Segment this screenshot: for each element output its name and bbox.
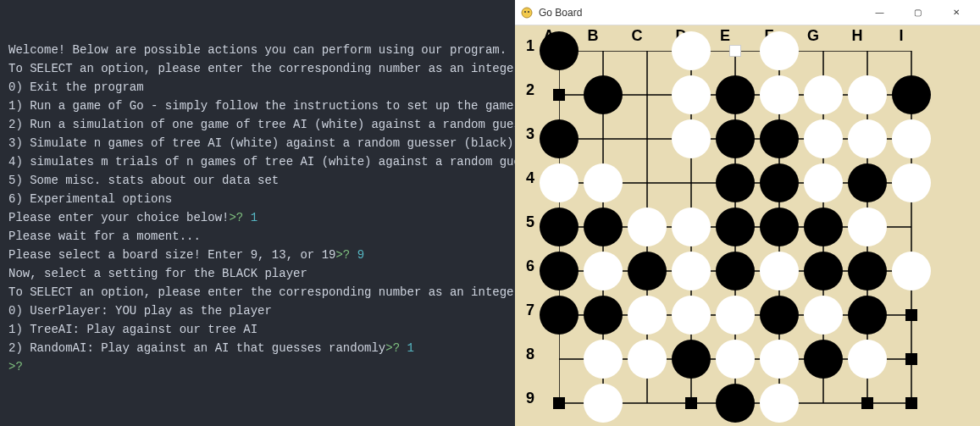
black-stone[interactable] bbox=[848, 163, 887, 202]
white-stone[interactable] bbox=[716, 296, 755, 335]
black-stone[interactable] bbox=[848, 252, 887, 290]
square-marker[interactable] bbox=[861, 397, 873, 409]
black-stone[interactable] bbox=[540, 252, 579, 290]
terminal-line: Welcome! Below are possible actions you … bbox=[8, 41, 508, 59]
white-stone[interactable] bbox=[892, 119, 931, 158]
black-stone[interactable] bbox=[804, 207, 843, 246]
terminal-line: 2) Run a simulation of one game of tree … bbox=[8, 115, 508, 134]
square-marker[interactable] bbox=[685, 397, 697, 409]
square-marker[interactable] bbox=[905, 397, 917, 409]
white-stone[interactable] bbox=[584, 340, 623, 379]
black-stone[interactable] bbox=[672, 340, 711, 379]
black-stone[interactable] bbox=[804, 340, 843, 379]
terminal-line: 0) UserPlayer: YOU play as the player bbox=[8, 302, 508, 320]
row-labels: 123456789 bbox=[522, 24, 539, 420]
black-stone[interactable] bbox=[760, 163, 799, 202]
white-stone[interactable] bbox=[540, 163, 579, 202]
square-marker[interactable] bbox=[553, 89, 565, 101]
board-area: ABCDEFGHI 123456789 bbox=[515, 25, 980, 426]
terminal-line: 3) Simulate n games of tree AI (white) a… bbox=[8, 134, 508, 152]
white-stone[interactable] bbox=[848, 119, 887, 158]
white-stone[interactable] bbox=[760, 75, 799, 114]
row-label: 1 bbox=[522, 24, 539, 68]
terminal-line: >? bbox=[8, 357, 508, 376]
col-label: G bbox=[791, 27, 835, 45]
black-stone[interactable] bbox=[760, 119, 799, 158]
terminal-output[interactable]: Welcome! Below are possible actions you … bbox=[0, 0, 515, 426]
white-stone[interactable] bbox=[892, 163, 931, 202]
black-stone[interactable] bbox=[716, 163, 755, 202]
white-stone[interactable] bbox=[760, 384, 799, 423]
white-stone[interactable] bbox=[716, 340, 755, 379]
white-stone[interactable] bbox=[628, 296, 667, 335]
white-stone[interactable] bbox=[848, 207, 887, 246]
white-stone[interactable] bbox=[628, 340, 667, 379]
white-stone[interactable] bbox=[672, 119, 711, 158]
black-stone[interactable] bbox=[540, 119, 579, 158]
black-stone[interactable] bbox=[804, 252, 843, 290]
white-stone[interactable] bbox=[804, 75, 843, 114]
terminal-line: 6) Experimental options bbox=[8, 190, 508, 208]
black-stone[interactable] bbox=[628, 252, 667, 290]
white-stone[interactable] bbox=[672, 252, 711, 290]
white-stone[interactable] bbox=[760, 252, 799, 290]
black-stone[interactable] bbox=[716, 252, 755, 290]
white-stone[interactable] bbox=[672, 75, 711, 114]
black-stone[interactable] bbox=[540, 207, 579, 246]
white-stone[interactable] bbox=[672, 207, 711, 246]
window-titlebar[interactable]: Go Board — ▢ ✕ bbox=[515, 0, 980, 25]
black-stone[interactable] bbox=[584, 207, 623, 246]
terminal-line: To SELECT an option, please enter the co… bbox=[8, 59, 508, 78]
black-stone[interactable] bbox=[716, 384, 755, 423]
black-stone[interactable] bbox=[540, 31, 579, 70]
square-marker[interactable] bbox=[729, 45, 741, 57]
column-labels: ABCDEFGHI bbox=[527, 27, 923, 45]
white-stone[interactable] bbox=[848, 75, 887, 114]
go-board-grid[interactable] bbox=[559, 51, 911, 403]
white-stone[interactable] bbox=[848, 340, 887, 379]
white-stone[interactable] bbox=[584, 163, 623, 202]
row-label: 4 bbox=[522, 156, 539, 200]
white-stone[interactable] bbox=[672, 296, 711, 335]
col-label: H bbox=[835, 27, 879, 45]
black-stone[interactable] bbox=[892, 75, 931, 114]
white-stone[interactable] bbox=[804, 296, 843, 335]
square-marker[interactable] bbox=[553, 397, 565, 409]
white-stone[interactable] bbox=[804, 119, 843, 158]
white-stone[interactable] bbox=[584, 384, 623, 423]
terminal-line: Please wait for a moment... bbox=[8, 227, 508, 246]
minimize-button[interactable]: — bbox=[861, 0, 899, 25]
terminal-line: Please select a board size! Enter 9, 13,… bbox=[8, 246, 508, 264]
close-button[interactable]: ✕ bbox=[937, 0, 975, 25]
black-stone[interactable] bbox=[540, 296, 579, 335]
row-label: 2 bbox=[522, 68, 539, 112]
svg-point-0 bbox=[522, 8, 532, 18]
black-stone[interactable] bbox=[584, 296, 623, 335]
white-stone[interactable] bbox=[760, 340, 799, 379]
black-stone[interactable] bbox=[716, 75, 755, 114]
white-stone[interactable] bbox=[628, 207, 667, 246]
app-icon bbox=[520, 6, 534, 19]
black-stone[interactable] bbox=[716, 119, 755, 158]
row-label: 6 bbox=[522, 244, 539, 288]
svg-point-2 bbox=[528, 11, 529, 13]
black-stone[interactable] bbox=[760, 296, 799, 335]
square-marker[interactable] bbox=[905, 309, 917, 321]
terminal-line: 5) Some misc. stats about our data set bbox=[8, 171, 508, 190]
go-board-window: Go Board — ▢ ✕ ABCDEFGHI 123456789 bbox=[515, 0, 980, 426]
black-stone[interactable] bbox=[760, 207, 799, 246]
black-stone[interactable] bbox=[716, 207, 755, 246]
maximize-button[interactable]: ▢ bbox=[899, 0, 937, 25]
window-title: Go Board bbox=[539, 7, 861, 19]
square-marker[interactable] bbox=[905, 353, 917, 365]
white-stone[interactable] bbox=[760, 31, 799, 70]
white-stone[interactable] bbox=[892, 252, 931, 290]
terminal-line: Please enter your choice below!>? 1 bbox=[8, 208, 508, 227]
terminal-line: 4) simulates m trials of n games of tree… bbox=[8, 152, 508, 171]
white-stone[interactable] bbox=[804, 163, 843, 202]
white-stone[interactable] bbox=[672, 31, 711, 70]
black-stone[interactable] bbox=[848, 296, 887, 335]
row-label: 9 bbox=[522, 376, 539, 420]
black-stone[interactable] bbox=[584, 75, 623, 114]
white-stone[interactable] bbox=[584, 252, 623, 290]
